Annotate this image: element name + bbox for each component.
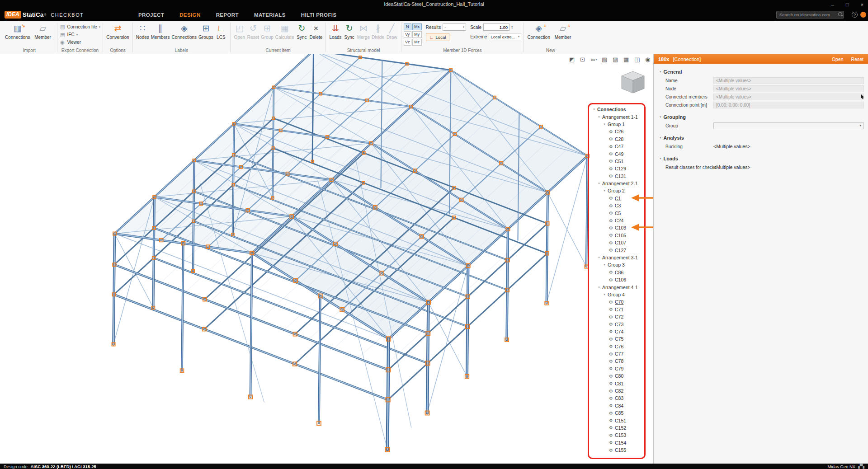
tree-connection-c85[interactable]: ⚙C85 [590,409,644,417]
tree-connection-c75[interactable]: ⚙C75 [590,335,644,342]
tree-connection-c1[interactable]: ⚙C1 [590,195,644,202]
tree-group-group-4[interactable]: ▾Group 4 [590,291,644,298]
tree-connection-c129[interactable]: ⚙C129 [590,165,644,172]
tree-connection-c3[interactable]: ⚙C3 [590,202,644,209]
tree-connection-c80[interactable]: ⚙C80 [590,372,644,380]
viewport-3d[interactable] [0,54,653,464]
tree-group-group-2[interactable]: ▾Group 2 [590,187,644,194]
force-toggle-vy[interactable]: Vy [404,31,411,38]
lcs-button[interactable]: ∟LCS [214,22,228,40]
structural-model-3d[interactable] [0,54,653,464]
results-dropdown[interactable]: -▾ [443,23,466,31]
tree-connection-c84[interactable]: ⚙C84 [590,402,644,409]
connection-file-item[interactable]: ▤Connection file▾ [60,24,101,30]
tree-connection-c70[interactable]: ⚙C70 [590,298,644,305]
property-dropdown-group[interactable]: ▾ [713,122,864,129]
tree-connection-c103[interactable]: ⚙C103 [590,224,644,231]
tab-design[interactable]: DESIGN [179,12,201,18]
section-header-grouping[interactable]: ▾Grouping [654,113,868,122]
tree-connection-c79[interactable]: ⚙C79 [590,365,644,372]
tree-connection-c106[interactable]: ⚙C106 [590,276,644,283]
tree-connection-c24[interactable]: ⚙C24 [590,217,644,224]
conversion-button[interactable]: ⇄Conversion [105,22,130,40]
tree-group-group-1[interactable]: ▾Group 1 [590,121,644,128]
open-button[interactable]: Open [832,56,844,62]
account-icon[interactable] [860,12,866,18]
property-value-result-classes-for-checks[interactable]: <Multiple values> [713,164,750,170]
tree-connection-c107[interactable]: ⚙C107 [590,239,644,246]
tree-connection-c77[interactable]: ⚙C77 [590,350,644,357]
connections-button[interactable]: ▥↘Connections [4,22,31,40]
local-button[interactable]: ∟Local [426,33,450,41]
tree-connection-c72[interactable]: ⚙C72 [590,313,644,320]
section-header-general[interactable]: ▾General [654,67,868,76]
minimize-button[interactable]: – [831,0,834,9]
tree-connection-c83[interactable]: ⚙C83 [590,394,644,402]
tree-group-group-3[interactable]: ▾Group 3 [590,261,644,268]
viewer-item[interactable]: ◉Viewer [60,39,81,45]
tree-connection-c28[interactable]: ⚙C28 [590,136,644,143]
reset-button[interactable]: Reset [851,56,863,62]
tree-connection-c151[interactable]: ⚙C151 [590,417,644,424]
tree-arrangement-arrangement-3-1[interactable]: ▾Arrangement 3-1 [590,254,644,261]
tree-connection-c51[interactable]: ⚙C51 [590,158,644,165]
navigation-cube[interactable] [619,70,647,95]
wireframe-view-icon[interactable]: ▩ [623,56,631,63]
tree-connection-c105[interactable]: ⚙C105 [590,232,644,239]
delete-button[interactable]: ×Delete [308,22,323,40]
tree-connection-c154[interactable]: ⚙C154 [590,439,644,446]
tab-project[interactable]: PROJECT [138,12,164,18]
tab-materials[interactable]: MATERIALS [254,12,286,18]
scale-spinner[interactable]: ▴▾ [511,25,513,29]
members-button[interactable]: ∥Members [150,22,171,40]
extreme-dropdown[interactable]: Local extre...▾ [489,33,521,40]
fit-view-icon[interactable]: ⊡ [580,56,587,63]
tree-connection-c74[interactable]: ⚙C74 [590,328,644,335]
member-button[interactable]: ▱Member [31,22,55,40]
tree-arrangement-arrangement-4-1[interactable]: ▾Arrangement 4-1 [590,283,644,291]
link-views-icon[interactable]: ∞▾ [591,56,598,63]
section-header-analysis[interactable]: ▾Analysis [654,133,868,142]
scale-input[interactable] [483,23,509,31]
connection-button[interactable]: ◈+Connection [526,22,551,40]
search-input[interactable] [776,11,844,19]
member-button[interactable]: ▱+Member [551,22,575,40]
tree-connection-c73[interactable]: ⚙C73 [590,320,644,328]
ifc-item[interactable]: ▤IFC▾ [60,32,78,38]
sync-button[interactable]: ↻Sync [343,22,356,40]
section-header-loads[interactable]: ▾Loads [654,154,868,163]
sync-button[interactable]: ↻Sync [295,22,308,40]
nodes-button[interactable]: ∷Nodes [135,22,150,40]
tree-root-connections[interactable]: ▾Connections [590,106,644,113]
tab-hilti-profis[interactable]: HILTI PROFIS [301,12,337,18]
tree-connection-c86[interactable]: ⚙C86 [590,269,644,276]
tree-connection-c82[interactable]: ⚙C82 [590,387,644,394]
tree-arrangement-arrangement-2-1[interactable]: ▾Arrangement 2-1 [590,180,644,187]
tree-arrangement-arrangement-1-1[interactable]: ▾Arrangement 1-1 [590,113,644,120]
force-toggle-mx[interactable]: Mx [412,23,422,30]
tree-connection-c81[interactable]: ⚙C81 [590,380,644,387]
tree-connection-c47[interactable]: ⚙C47 [590,143,644,150]
tree-connection-c78[interactable]: ⚙C78 [590,357,644,365]
loads-button[interactable]: ⇊Loads [328,22,342,40]
force-toggle-mz[interactable]: Mz [412,39,422,46]
tree-connection-c5[interactable]: ⚙C5 [590,209,644,216]
force-toggle-n[interactable]: N [404,23,411,30]
tree-connection-c152[interactable]: ⚙C152 [590,424,644,431]
axonometry-icon[interactable]: ◩ [569,56,576,63]
groups-button[interactable]: ⊞Groups [198,22,214,40]
tree-connection-c71[interactable]: ⚙C71 [590,306,644,313]
connections-button[interactable]: ◈Connections [170,22,198,40]
transparent-view-icon[interactable]: ▨ [613,56,620,63]
maximize-button[interactable]: □ [846,0,849,9]
force-toggle-vz[interactable]: Vz [404,39,411,46]
members-visibility-icon[interactable]: ◫ [634,56,642,63]
force-toggle-my[interactable]: My [412,31,422,38]
tree-connection-c76[interactable]: ⚙C76 [590,343,644,350]
property-value-buckling[interactable]: <Multiple values> [713,144,750,149]
tree-connection-c26[interactable]: ⚙C26 [590,128,644,135]
tree-connection-c153[interactable]: ⚙C153 [590,431,644,439]
help-icon[interactable]: ? [852,12,858,18]
loads-visibility-icon[interactable]: ◉ [645,56,652,63]
tree-connection-c155[interactable]: ⚙C155 [590,446,644,454]
